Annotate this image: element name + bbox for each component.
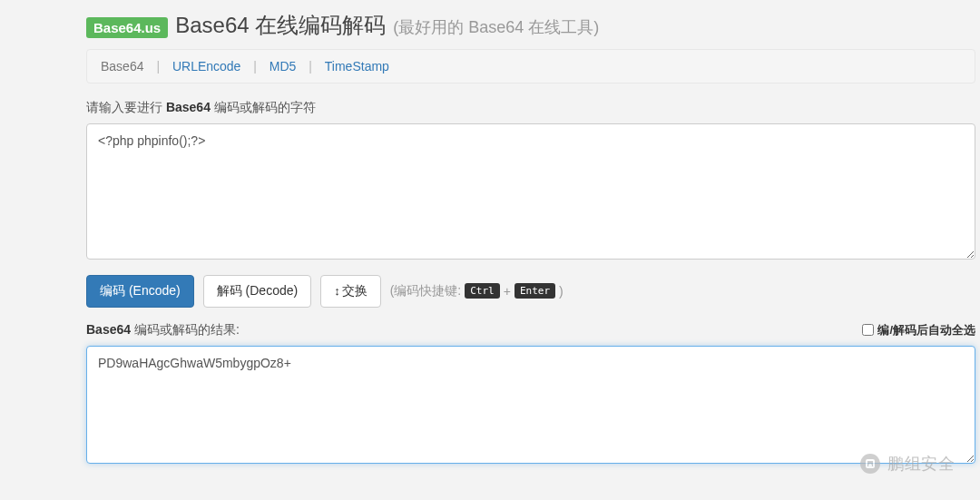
nav-item-urlencode[interactable]: URLEncode: [172, 59, 241, 74]
shortcut-suffix: ): [559, 284, 564, 299]
source-textarea[interactable]: [86, 123, 975, 260]
page-header: Base64.us Base64 在线编码解码 (最好用的 Base64 在线工…: [86, 11, 975, 40]
site-badge: Base64.us: [86, 17, 168, 38]
page-title: Base64 在线编码解码: [175, 11, 386, 40]
result-label-suffix: 编码或解码的结果:: [131, 322, 240, 337]
swap-button-label: 交换: [342, 283, 368, 298]
watermark: 鹏组安全: [860, 453, 955, 475]
input-label-prefix: 请输入要进行: [86, 100, 166, 114]
swap-button[interactable]: ↕交换: [320, 275, 381, 308]
input-label: 请输入要进行 Base64 编码或解码的字符: [86, 100, 975, 116]
auto-select-checkbox[interactable]: [862, 324, 874, 336]
encode-button[interactable]: 编码 (Encode): [86, 275, 194, 308]
wechat-icon: [860, 454, 880, 474]
decode-button[interactable]: 解码 (Decode): [203, 275, 311, 308]
shortcut-hint: (编码快捷键: Ctrl + Enter ): [390, 283, 564, 299]
kbd-plus: +: [504, 284, 511, 299]
nav-separator: |: [156, 59, 160, 74]
page-subtitle: (最好用的 Base64 在线工具): [393, 16, 599, 38]
result-label: Base64 编码或解码的结果:: [86, 322, 240, 338]
nav-bar: Base64 | URLEncode | MD5 | TimeStamp: [86, 49, 975, 83]
button-row: 编码 (Encode) 解码 (Decode) ↕交换 (编码快捷键: Ctrl…: [86, 275, 975, 308]
auto-select-text: 编/解码后自动全选: [877, 322, 975, 338]
nav-separator: |: [253, 59, 257, 74]
auto-select-label[interactable]: 编/解码后自动全选: [862, 322, 975, 338]
nav-item-timestamp[interactable]: TimeStamp: [325, 59, 389, 74]
swap-icon: ↕: [334, 284, 340, 298]
nav-separator: |: [309, 59, 312, 74]
result-textarea[interactable]: [86, 346, 975, 464]
input-label-suffix: 编码或解码的字符: [211, 100, 316, 114]
result-label-bold: Base64: [86, 322, 131, 337]
kbd-ctrl: Ctrl: [465, 283, 500, 299]
kbd-enter: Enter: [514, 283, 555, 299]
watermark-text: 鹏组安全: [887, 453, 955, 475]
nav-item-base64[interactable]: Base64: [101, 59, 143, 74]
nav-item-md5[interactable]: MD5: [270, 59, 297, 74]
shortcut-prefix: (编码快捷键:: [390, 283, 462, 299]
result-header: Base64 编码或解码的结果: 编/解码后自动全选: [86, 322, 975, 338]
input-label-bold: Base64: [166, 100, 211, 114]
